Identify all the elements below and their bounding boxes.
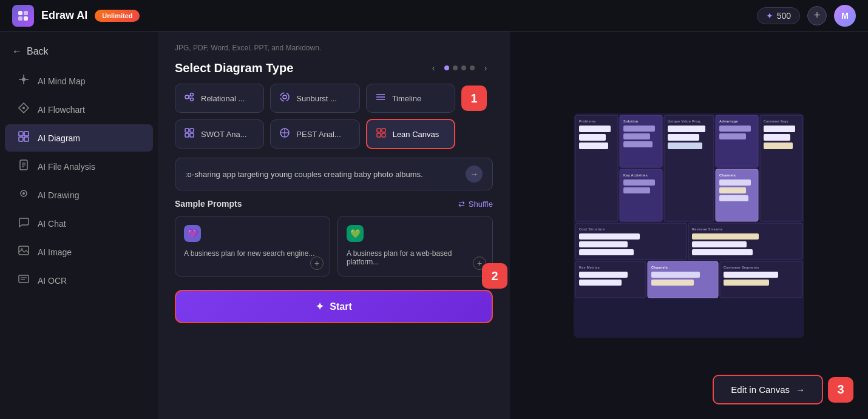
brand-name: Edraw AI xyxy=(41,9,87,22)
svg-text:Channels: Channels xyxy=(651,266,668,269)
pest-icon xyxy=(279,127,290,141)
edit-canvas-button-container: Edit in Canvas → 3 xyxy=(713,375,853,404)
sample-prompts-section: Sample Prompts ⇄ Shuffle 💜 A business pl… xyxy=(175,199,493,277)
sample-card-2[interactable]: 💚 A business plan for a web-based platfo… xyxy=(337,216,493,277)
red-badge-spacer xyxy=(461,121,487,147)
svg-text:Revenue Streams: Revenue Streams xyxy=(692,227,723,231)
nav-dot-2[interactable] xyxy=(453,65,458,70)
svg-rect-113 xyxy=(579,280,622,286)
red-badge-2: 2 xyxy=(482,263,507,289)
nav-dot-4[interactable] xyxy=(470,65,475,70)
sidebar-item-ocr[interactable]: AI OCR xyxy=(5,267,153,294)
diagram-card-relational[interactable]: Relational ... xyxy=(175,84,264,113)
flowchart-icon xyxy=(17,102,30,117)
svg-rect-121 xyxy=(724,280,769,286)
svg-rect-21 xyxy=(19,246,29,255)
nav-prev-button[interactable]: ‹ xyxy=(426,61,441,75)
svg-text:Problems: Problems xyxy=(579,119,595,123)
prompt-input[interactable] xyxy=(185,170,459,179)
svg-rect-97 xyxy=(764,126,795,132)
nav-dot-3[interactable] xyxy=(461,65,466,70)
svg-rect-85 xyxy=(668,142,702,149)
credits-count: 500 xyxy=(777,11,791,21)
svg-text:Key Activities: Key Activities xyxy=(623,173,648,177)
unlimited-badge: Unlimited xyxy=(95,10,140,22)
diagram-icon xyxy=(17,130,30,146)
pest-label: PEST Anal... xyxy=(296,130,341,139)
sidebar-item-flowchart[interactable]: AI Flowchart xyxy=(5,96,153,123)
edit-canvas-label: Edit in Canvas xyxy=(731,384,790,395)
sidebar-item-label: AI Image xyxy=(38,247,72,257)
red-badge-3: 3 xyxy=(828,377,853,403)
svg-rect-37 xyxy=(190,129,194,132)
svg-rect-103 xyxy=(579,241,628,247)
relational-label: Relational ... xyxy=(201,94,245,103)
sample-card-1[interactable]: 💜 A business plan for new search engine.… xyxy=(175,216,330,277)
svg-point-26 xyxy=(185,95,189,99)
prompt-send-button[interactable]: → xyxy=(466,166,483,183)
svg-point-20 xyxy=(22,192,25,195)
svg-text:Key Metrics: Key Metrics xyxy=(579,266,600,269)
svg-text:Unique Value Prop.: Unique Value Prop. xyxy=(668,119,702,123)
svg-text:Cost Structure: Cost Structure xyxy=(579,227,605,231)
sunburst-icon xyxy=(279,92,290,105)
diagram-panel: JPG, PDF, Word, Excel, PPT, and Markdown… xyxy=(158,32,510,419)
sidebar-item-diagram[interactable]: AI Diagram xyxy=(5,124,153,152)
sample-card-2-text: A business plan for a web-based platform… xyxy=(347,249,484,266)
start-sparkle-icon: ✦ xyxy=(316,301,324,312)
prompt-input-container: → xyxy=(175,158,493,190)
svg-point-28 xyxy=(191,98,194,101)
svg-rect-11 xyxy=(19,132,23,136)
svg-rect-2 xyxy=(18,16,22,21)
sidebar-item-label: AI Chat xyxy=(38,219,66,229)
nav-next-button[interactable]: › xyxy=(478,61,493,75)
diagram-card-swot[interactable]: SWOT Ana... xyxy=(175,119,264,149)
svg-rect-83 xyxy=(668,126,705,132)
sidebar-item-mind-map[interactable]: AI Mind Map xyxy=(5,67,153,95)
back-button[interactable]: ← Back xyxy=(0,41,158,67)
shuffle-button[interactable]: ⇄ Shuffle xyxy=(458,199,493,209)
user-avatar[interactable]: M xyxy=(834,5,856,27)
svg-point-31 xyxy=(283,95,287,99)
start-button[interactable]: ✦ Start xyxy=(175,290,493,323)
diagram-card-lean-canvas[interactable]: Lean Canvas xyxy=(366,119,455,149)
diagram-card-sunburst[interactable]: Sunburst ... xyxy=(270,84,359,113)
edit-canvas-button[interactable]: Edit in Canvas → xyxy=(713,375,823,404)
credits-badge[interactable]: ✦ 500 xyxy=(757,7,800,24)
diagram-card-timeline[interactable]: Timeline xyxy=(366,84,455,113)
svg-text:Customer Segs.: Customer Segs. xyxy=(764,119,790,123)
svg-rect-75 xyxy=(623,133,650,139)
svg-rect-92 xyxy=(719,179,751,186)
svg-rect-1 xyxy=(24,11,28,15)
svg-rect-102 xyxy=(579,233,640,240)
svg-rect-12 xyxy=(24,132,29,136)
svg-rect-69 xyxy=(579,126,611,132)
sidebar-item-file-analysis[interactable]: AI File Analysis xyxy=(5,153,153,180)
svg-point-27 xyxy=(191,93,194,96)
svg-text:Advantage: Advantage xyxy=(719,119,738,123)
svg-rect-45 xyxy=(377,133,381,137)
panel-subtitle: JPG, PDF, Word, Excel, PPT, and Markdown… xyxy=(175,44,493,52)
swot-label: SWOT Ana... xyxy=(201,130,247,139)
shuffle-icon: ⇄ xyxy=(458,199,465,209)
chat-icon xyxy=(17,216,30,231)
diagram-card-pest[interactable]: PEST Anal... xyxy=(270,119,359,149)
diagram-nav: ‹ › xyxy=(426,61,493,75)
sidebar-item-chat[interactable]: AI Chat xyxy=(5,210,153,237)
add-button[interactable]: + xyxy=(807,6,827,25)
lean-canvas-icon xyxy=(376,127,387,141)
sidebar-item-drawing[interactable]: AI Drawing xyxy=(5,181,153,209)
nav-dot-1[interactable] xyxy=(444,65,449,70)
sidebar-item-label: AI File Analysis xyxy=(38,162,95,172)
svg-rect-84 xyxy=(668,134,699,141)
svg-rect-46 xyxy=(382,133,385,137)
lean-canvas-label: Lean Canvas xyxy=(393,130,439,139)
sample-card-1-plus[interactable]: + xyxy=(310,256,324,270)
main-body: JPG, PDF, Word, Excel, PPT, and Markdown… xyxy=(158,32,868,419)
sunburst-label: Sunburst ... xyxy=(296,94,336,103)
svg-rect-43 xyxy=(377,129,381,132)
svg-point-4 xyxy=(22,78,25,81)
svg-rect-112 xyxy=(579,272,628,278)
sidebar-item-image[interactable]: AI Image xyxy=(5,238,153,266)
svg-rect-108 xyxy=(692,241,747,247)
